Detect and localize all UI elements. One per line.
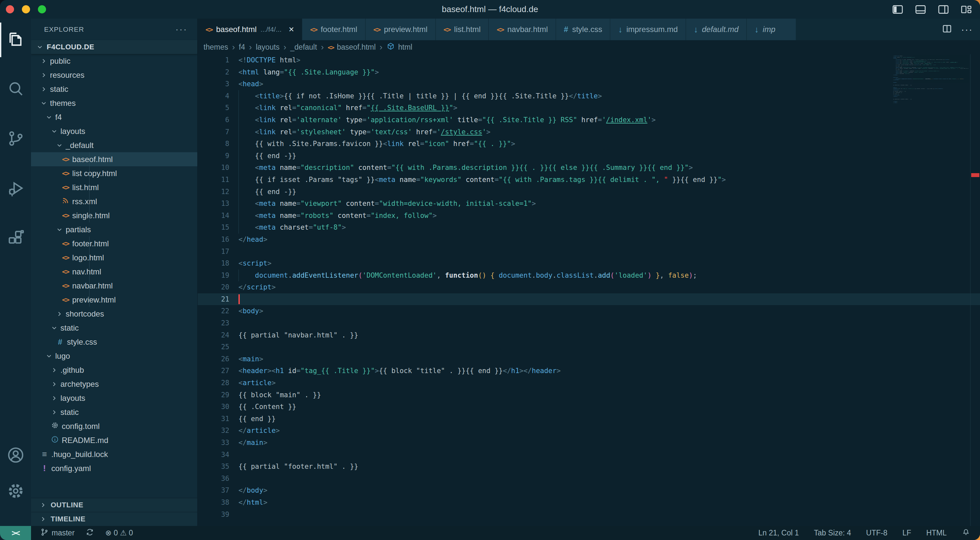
breadcrumb-item-html[interactable]: html [387, 42, 412, 53]
tree-item-archetypes[interactable]: archetypes [31, 377, 197, 391]
tree-item-.hugo-build.lock[interactable]: ≡.hugo_build.lock [31, 447, 197, 461]
tree-item-preview.html[interactable]: <>preview.html [31, 293, 197, 307]
tree-item-single.html[interactable]: <>single.html [31, 209, 197, 223]
tab-baseof.html[interactable]: <>baseof.html.../f4/...× [197, 19, 302, 40]
breadcrumb-label: _default [290, 43, 317, 52]
remote-indicator[interactable]: >< [0, 526, 31, 540]
tab-list.html[interactable]: <>list.html [436, 19, 489, 40]
tree-item--default[interactable]: _default [31, 138, 197, 152]
status-problems[interactable]: ⊗ 0 ⚠ 0 [105, 529, 133, 537]
css-file-icon: # [55, 338, 65, 347]
tab-footer.html[interactable]: <>footer.html [302, 19, 366, 40]
breadcrumb-item--default[interactable]: _default [290, 43, 317, 52]
activity-bar-run-debug[interactable] [0, 167, 31, 210]
minimap[interactable]: <!DOCTYPE html><html lang="{{ .Site.Lang… [893, 55, 970, 238]
status-encoding[interactable]: UTF-8 [866, 529, 887, 537]
tree-item-label: _default [66, 141, 94, 150]
line-number: 14 [197, 210, 239, 222]
workspace-section-header[interactable]: F4CLOUD.DE [31, 40, 197, 54]
tab-preview.html[interactable]: <>preview.html [366, 19, 436, 40]
tree-item-list.html[interactable]: <>list.html [31, 180, 197, 194]
breadcrumb-item-f4[interactable]: f4 [239, 43, 245, 52]
line-number: 39 [197, 509, 239, 521]
tree-item-static[interactable]: static [31, 321, 197, 335]
activity-bar-source-control[interactable] [0, 118, 31, 160]
activity-bar-accounts[interactable] [0, 438, 31, 474]
explorer-more-actions-icon[interactable]: ··· [175, 24, 188, 35]
outline-panel-header[interactable]: OUTLINE [31, 498, 197, 512]
activity-bar-explorer[interactable] [0, 19, 31, 61]
tree-item-list-copy.html[interactable]: <>list copy.html [31, 166, 197, 180]
tree-item-lugo[interactable]: lugo [31, 349, 197, 363]
tree-item-.github[interactable]: .github [31, 363, 197, 377]
activity-bar-extensions[interactable] [0, 217, 31, 260]
code-editor[interactable]: 1<!DOCTYPE html>2<html lang="{{ .Site.La… [197, 54, 980, 526]
status-label: HTML [926, 529, 947, 537]
tree-item-static[interactable]: static [31, 82, 197, 96]
breadcrumb-separator: › [232, 42, 235, 52]
tree-item-resources[interactable]: resources [31, 68, 197, 82]
line-number: 26 [197, 353, 239, 365]
tree-item-nav.html[interactable]: <>nav.html [31, 264, 197, 279]
status-indentation[interactable]: Tab Size: 4 [814, 529, 851, 537]
line-number: 9 [197, 150, 239, 162]
breadcrumb-item-layouts[interactable]: layouts [256, 43, 280, 52]
split-editor-icon[interactable] [942, 23, 953, 36]
overview-ruler[interactable] [970, 54, 980, 526]
status-eol[interactable]: LF [902, 529, 912, 537]
toggle-secondary-sidebar-icon[interactable] [937, 3, 950, 17]
activity-bar-settings[interactable] [0, 474, 31, 510]
status-cursor-position[interactable]: Ln 21, Col 1 [759, 529, 799, 537]
info-file-icon [50, 435, 60, 445]
tree-item-static[interactable]: static [31, 405, 197, 419]
tree-item-layouts[interactable]: layouts [31, 124, 197, 138]
status-language-mode[interactable]: HTML [926, 529, 947, 537]
editor-actions: ··· [942, 19, 980, 40]
timeline-panel-header[interactable]: TIMELINE [31, 512, 197, 526]
tree-item-themes[interactable]: themes [31, 96, 197, 110]
tree-item-readme.md[interactable]: README.md [31, 433, 197, 447]
status-branch[interactable]: master [40, 528, 75, 538]
more-actions-icon[interactable]: ··· [961, 24, 973, 35]
tree-item-label: nav.html [72, 267, 101, 276]
tree-item-baseof.html[interactable]: <>baseof.html [31, 152, 197, 166]
breadcrumb-item-baseof.html[interactable]: <>baseof.html [328, 43, 375, 52]
tree-item-f4[interactable]: f4 [31, 110, 197, 124]
activity-bar-search[interactable] [0, 68, 31, 111]
tree-item-public[interactable]: public [31, 54, 197, 68]
chevron-down-icon [55, 226, 64, 233]
tree-item-style.css[interactable]: #style.css [31, 335, 197, 349]
tree-item-navbar.html[interactable]: <>navbar.html [31, 279, 197, 293]
tab-style.css[interactable]: #style.css [556, 19, 610, 40]
customize-layout-icon[interactable] [960, 3, 973, 17]
html-file-icon: <> [444, 25, 450, 33]
tab-navbar.html[interactable]: <>navbar.html [489, 19, 556, 40]
line-number: 16 [197, 234, 239, 246]
breadcrumb-item-themes[interactable]: themes [204, 43, 228, 52]
tree-item-config.yaml[interactable]: !config.yaml [31, 461, 197, 475]
tree-item-layouts[interactable]: layouts [31, 391, 197, 405]
tree-item-footer.html[interactable]: <>footer.html [31, 237, 197, 250]
tree-item-shortcodes[interactable]: shortcodes [31, 307, 197, 321]
toggle-sidebar-icon[interactable] [891, 3, 904, 17]
close-icon[interactable]: × [289, 24, 294, 35]
tab-impressum.md[interactable]: ↓impressum.md [610, 19, 686, 40]
code-line-10: 10 <meta name="description" content="{{ … [197, 162, 980, 174]
code-line-9: 9 {{ end -}} [197, 150, 980, 162]
line-number: 37 [197, 484, 239, 497]
tree-item-partials[interactable]: partials [31, 223, 197, 237]
title-bar[interactable]: baseof.html — f4cloud.de [0, 0, 980, 19]
tree-item-rss.xml[interactable]: rss.xml [31, 194, 197, 209]
tab-default.md[interactable]: ↓default.md [686, 19, 747, 40]
tree-item-label: static [60, 323, 79, 333]
breadcrumb: themes›f4›layouts›_default›<>baseof.html… [197, 40, 980, 54]
tree-item-label: resources [50, 70, 84, 80]
toggle-panel-icon[interactable] [914, 3, 927, 17]
tab-imp[interactable]: ↓imp [747, 19, 796, 40]
status-label: ⊗ 0 ⚠ 0 [105, 529, 133, 537]
code-line-37: 37</body> [197, 484, 980, 497]
status-sync[interactable] [86, 528, 94, 538]
tree-item-logo.html[interactable]: <>logo.html [31, 250, 197, 264]
status-notifications[interactable] [962, 528, 970, 538]
tree-item-config.toml[interactable]: config.toml [31, 419, 197, 433]
